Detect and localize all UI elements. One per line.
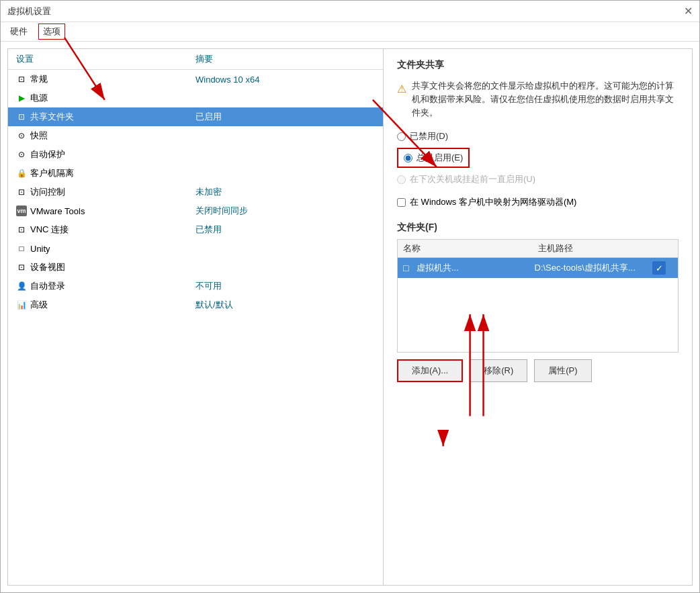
general-icon: ⊡ [16,74,27,85]
map-drive-checkbox[interactable] [397,198,406,207]
autologon-icon: 👤 [16,281,27,291]
general-value: Windows 10 x64 [195,75,375,85]
title-bar: 虚拟机设置 ✕ [1,1,699,22]
device-view-icon: ⊡ [16,262,27,273]
settings-row-autoprotect[interactable]: ⊙ 自动保护 [8,145,383,164]
vnc-value: 已禁用 [195,224,375,236]
radio-until[interactable] [397,175,406,184]
settings-row-power[interactable]: ▶ 电源 [8,89,383,107]
folder-row-icon: □ [403,263,417,273]
main-window: 虚拟机设置 ✕ 硬件 选项 设置 摘要 ⊡ 常规 Windows 10 x64 [0,0,700,593]
folder-row-path: D:\Sec-tools\虚拟机共享... [535,262,653,274]
settings-row-isolation[interactable]: 🔒 客户机隔离 [8,164,383,183]
folder-row-name: 虚拟机共... [417,262,535,274]
settings-row-general[interactable]: ⊡ 常规 Windows 10 x64 [8,70,383,89]
radio-option-always[interactable]: 总是启用(E) [397,148,470,168]
close-button[interactable]: ✕ [684,5,693,17]
settings-row-access-control[interactable]: ⊡ 访问控制 未加密 [8,183,383,201]
shared-folders-value: 已启用 [195,111,375,123]
radio-group: 已禁用(D) 总是启用(E) 在下次关机或挂起前一直启用(U) [397,130,679,185]
power-icon: ▶ [16,93,27,103]
folder-section-title: 文件夹(F) [397,222,679,234]
settings-row-device-view[interactable]: ⊡ 设备视图 [8,258,383,277]
content-area: 设置 摘要 ⊡ 常规 Windows 10 x64 ▶ 电源 [1,42,699,592]
radio-until-label[interactable]: 在下次关机或挂起前一直启用(U) [410,173,535,185]
settings-row-advanced[interactable]: 📊 高级 默认/默认 [8,295,383,314]
folder-sharing-title: 文件夹共享 [397,59,679,71]
remove-button[interactable]: 移除(R) [470,359,527,382]
isolation-icon: 🔒 [16,168,27,179]
radio-disabled-label[interactable]: 已禁用(D) [410,130,448,142]
vmware-tools-icon: vm [16,206,27,216]
folder-col2-header: 主机路径 [538,242,673,255]
general-label: 常规 [30,73,48,85]
vmware-tools-value: 关闭时间同步 [195,205,375,217]
folder-table-body: □ 虚拟机共... D:\Sec-tools\虚拟机共享... ✓ [398,258,678,352]
warning-text: 共享文件夹会将您的文件显示给虚拟机中的程序。这可能为您的计算机和数据带来风险。请… [412,79,679,120]
right-panel: 文件夹共享 ⚠ 共享文件夹会将您的文件显示给虚拟机中的程序。这可能为您的计算机和… [384,48,693,586]
autologon-label: 自动登录 [30,280,65,292]
menu-options[interactable]: 选项 [38,24,65,40]
col2-header: 摘要 [195,53,375,65]
advanced-icon: 📊 [16,300,27,310]
isolation-label: 客户机隔离 [30,167,74,179]
autologon-value: 不可用 [195,280,375,292]
autoprotect-label: 自动保护 [30,148,65,161]
autoprotect-icon: ⊙ [16,149,27,160]
left-panel: 设置 摘要 ⊡ 常规 Windows 10 x64 ▶ 电源 [7,48,384,586]
add-button[interactable]: 添加(A)... [397,359,463,382]
radio-always-label[interactable]: 总是启用(E) [417,152,463,164]
power-label: 电源 [30,92,48,104]
warning-box: ⚠ 共享文件夹会将您的文件显示给虚拟机中的程序。这可能为您的计算机和数据带来风险… [397,79,679,120]
access-control-label: 访问控制 [30,186,65,198]
advanced-label: 高级 [30,299,48,311]
radio-option-until[interactable]: 在下次关机或挂起前一直启用(U) [397,173,679,185]
vnc-label: VNC 连接 [30,224,69,236]
vnc-icon: ⊡ [16,224,27,235]
settings-row-autologon[interactable]: 👤 自动登录 不可用 [8,277,383,295]
menu-bar: 硬件 选项 [1,22,699,42]
folder-table: 名称 主机路径 □ 虚拟机共... D:\Sec-tools\虚拟机共享... … [397,239,679,353]
settings-row-unity[interactable]: □ Unity [8,239,383,258]
shared-folders-icon: ⊡ [16,111,27,122]
folder-table-header: 名称 主机路径 [398,240,678,258]
warning-icon: ⚠ [397,81,406,120]
unity-label: Unity [30,244,50,254]
radio-option-disabled[interactable]: 已禁用(D) [397,130,679,142]
window-title: 虚拟机设置 [7,5,51,17]
properties-button[interactable]: 属性(P) [534,359,591,382]
snapshots-label: 快照 [30,130,48,142]
left-panel-header: 设置 摘要 [8,49,383,70]
shared-folders-label: 共享文件夹 [30,111,74,123]
folder-row[interactable]: □ 虚拟机共... D:\Sec-tools\虚拟机共享... ✓ [398,258,678,278]
map-drive-label[interactable]: 在 Windows 客户机中映射为网络驱动器(M) [410,196,576,208]
access-control-value: 未加密 [195,186,375,198]
vmware-tools-label: VMware Tools [30,206,85,216]
settings-row-shared-folders[interactable]: ⊡ 共享文件夹 已启用 [8,107,383,126]
folder-col1-header: 名称 [403,242,538,255]
advanced-value: 默认/默认 [195,299,375,311]
menu-hardware[interactable]: 硬件 [6,24,32,39]
button-row: 添加(A)... 移除(R) 属性(P) [397,359,679,382]
access-control-icon: ⊡ [16,187,27,197]
unity-icon: □ [16,243,27,254]
col1-header: 设置 [16,53,195,65]
radio-always[interactable] [404,154,412,163]
checkbox-network-drive[interactable]: 在 Windows 客户机中映射为网络驱动器(M) [397,196,679,208]
settings-row-vnc[interactable]: ⊡ VNC 连接 已禁用 [8,220,383,239]
device-view-label: 设备视图 [30,261,65,273]
settings-row-snapshots[interactable]: ⊙ 快照 [8,126,383,145]
folder-row-check: ✓ [652,261,666,275]
snapshots-icon: ⊙ [16,130,27,141]
settings-row-vmware-tools[interactable]: vm VMware Tools 关闭时间同步 [8,201,383,220]
radio-disabled[interactable] [397,132,406,141]
